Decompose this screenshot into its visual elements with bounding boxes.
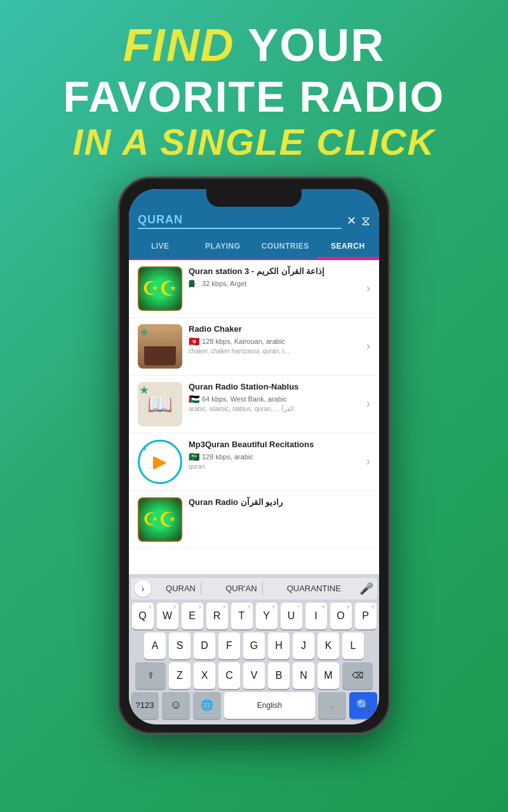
close-icon[interactable]: ✕	[347, 214, 356, 228]
num-hint: 6	[272, 604, 275, 610]
key-m[interactable]: M	[318, 662, 339, 689]
star-icon: ★	[139, 325, 149, 339]
result-title: Quran Radio Station-Nablus	[189, 382, 360, 393]
search-key[interactable]: 🔍	[349, 692, 377, 719]
headline-find: Find	[123, 20, 235, 70]
phone-shell: QURAN ✕ ⧖ LIVE PLAYING COUNTRIES SEARCH …	[117, 176, 391, 735]
suggest-words: QURAN QUR'AN QUARANTINE	[151, 582, 356, 594]
suggestion-3[interactable]: QUARANTINE	[282, 582, 346, 594]
tab-live[interactable]: LIVE	[129, 235, 192, 259]
result-title: Radio Chaker	[189, 324, 360, 335]
station-thumb: ☪	[138, 266, 182, 311]
key-u[interactable]: 7U	[281, 603, 302, 629]
key-e[interactable]: 3E	[182, 603, 203, 629]
list-item[interactable]: ★ 📖 Quran Radio Station-Nablus 🇵🇸 64 kbp…	[129, 376, 379, 433]
headline-line3: in a single click	[64, 121, 445, 164]
tab-search[interactable]: SEARCH	[317, 235, 380, 259]
tab-countries[interactable]: COUNTRIES	[254, 235, 317, 259]
period-key[interactable]: .	[318, 692, 346, 719]
key-x[interactable]: X	[194, 662, 215, 689]
key-s[interactable]: S	[169, 632, 190, 659]
result-bitrate: 32 kbps, Argel	[202, 280, 246, 287]
station-thumb: ☪	[138, 497, 182, 542]
suggest-expand-icon[interactable]: ›	[135, 580, 151, 597]
station-thumb: ★	[138, 324, 182, 369]
result-meta: 🇹🇳 128 kbps, Kairouan, arabic	[189, 336, 360, 346]
suggestion-2[interactable]: QUR'AN	[220, 582, 262, 594]
symbol-key[interactable]: ?123	[131, 692, 159, 719]
result-bitrate: 128 kbps, Kairouan, arabic	[202, 337, 285, 345]
flag-icon: 🇹🇳	[189, 336, 199, 346]
result-tags: quran	[189, 463, 360, 470]
key-t[interactable]: 5T	[231, 603, 253, 629]
result-meta: 🇩🇿 32 kbps, Argel	[189, 278, 360, 289]
keyboard-row-2: A S D F G H J K L	[131, 632, 377, 659]
key-v[interactable]: V	[243, 662, 265, 689]
backspace-key[interactable]: ⌫	[342, 662, 373, 689]
key-l[interactable]: L	[342, 632, 364, 659]
result-bitrate: 128 kbps, arabic	[202, 453, 253, 461]
result-info: Quran Radio Station-Nablus 🇵🇸 64 kbps, W…	[189, 382, 360, 412]
star-icon: ★	[138, 440, 149, 454]
emoji-key[interactable]: ☺	[162, 692, 190, 719]
key-j[interactable]: J	[293, 632, 314, 659]
results-list: ☪ Quran station 3 - إذاعة القرآن الكريم …	[129, 260, 379, 574]
num-hint: 3	[198, 604, 201, 610]
chevron-down-icon[interactable]: ›	[366, 397, 370, 410]
key-r[interactable]: 4R	[206, 603, 228, 629]
station-thumb: ★ ▶	[138, 440, 182, 484]
num-hint: 5	[248, 604, 250, 610]
mic-icon[interactable]: 🎤	[356, 582, 373, 596]
suggestion-1[interactable]: QURAN	[161, 582, 201, 594]
result-title: Mp3Quran Beautiful Recitations	[189, 440, 360, 450]
phone-notch	[206, 189, 302, 207]
key-w[interactable]: 2W	[157, 603, 178, 629]
key-c[interactable]: C	[218, 662, 240, 689]
headline-line2: favorite radio	[64, 72, 445, 121]
list-item[interactable]: ★ Radio Chaker 🇹🇳 128 kbps, Kairouan, ar…	[129, 318, 379, 376]
key-f[interactable]: F	[218, 632, 240, 659]
result-bitrate: 64 kbps, West Bank, arabic	[202, 395, 287, 403]
result-title: Quran Radio راديو القرآن	[189, 497, 370, 508]
tab-playing[interactable]: PLAYING	[192, 235, 255, 259]
phone-screen: QURAN ✕ ⧖ LIVE PLAYING COUNTRIES SEARCH …	[129, 189, 379, 724]
list-item[interactable]: ★ ▶ Mp3Quran Beautiful Recitations 🇸🇦 12…	[129, 433, 379, 491]
suggestions-bar: › QURAN QUR'AN QUARANTINE 🎤	[131, 578, 377, 599]
key-n[interactable]: N	[293, 662, 314, 689]
search-query-text: QURAN	[138, 213, 342, 229]
space-key[interactable]: English	[224, 692, 315, 719]
key-k[interactable]: K	[318, 632, 339, 659]
chevron-down-icon[interactable]: ›	[366, 339, 370, 353]
flag-icon: 🇩🇿	[189, 278, 199, 289]
num-hint: 2	[173, 604, 176, 610]
key-z[interactable]: Z	[169, 662, 190, 689]
timer-icon[interactable]: ⧖	[361, 214, 370, 228]
shift-key[interactable]: ⇧	[135, 662, 166, 689]
keyboard-row-1: 1Q 2W 3E 4R 5T 6Y 7U 8I 9O 0P	[131, 603, 377, 629]
keyboard: › QURAN QUR'AN QUARANTINE 🎤 1Q 2W 3E 4R …	[129, 574, 379, 724]
num-hint: 7	[297, 604, 300, 610]
key-q[interactable]: 1Q	[132, 603, 154, 629]
key-a[interactable]: A	[144, 632, 166, 659]
key-d[interactable]: D	[194, 632, 215, 659]
globe-key[interactable]: 🌐	[193, 692, 221, 719]
chevron-down-icon[interactable]: ›	[366, 455, 370, 468]
key-b[interactable]: B	[268, 662, 290, 689]
num-hint: 0	[371, 604, 374, 610]
flag-icon: 🇸🇦	[189, 452, 199, 462]
result-info: Mp3Quran Beautiful Recitations 🇸🇦 128 kb…	[189, 440, 360, 470]
list-item[interactable]: ☪ Quran station 3 - إذاعة القرآن الكريم …	[129, 260, 379, 318]
key-o[interactable]: 9O	[330, 603, 352, 629]
key-g[interactable]: G	[243, 632, 265, 659]
star-icon: ★	[139, 383, 149, 397]
num-hint: 9	[347, 604, 349, 610]
app-container: QURAN ✕ ⧖ LIVE PLAYING COUNTRIES SEARCH …	[129, 189, 379, 724]
key-p[interactable]: 0P	[355, 603, 377, 629]
station-thumb: ★ 📖	[138, 382, 182, 426]
key-y[interactable]: 6Y	[256, 603, 277, 629]
result-tags: chaker, chaker hamzaoui, quran, t...	[189, 348, 360, 355]
key-h[interactable]: H	[268, 632, 290, 659]
chevron-down-icon[interactable]: ›	[366, 282, 370, 295]
key-i[interactable]: 8I	[305, 603, 327, 629]
list-item[interactable]: ☪ Quran Radio راديو القرآن	[129, 491, 379, 549]
